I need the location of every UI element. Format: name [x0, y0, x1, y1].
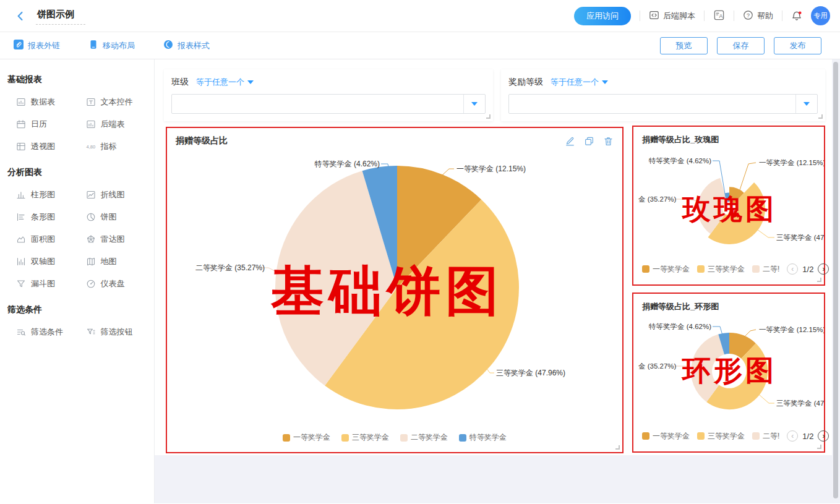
help-icon: ?: [743, 10, 753, 22]
sidebar-item-text-widget[interactable]: 文本控件: [77, 96, 147, 108]
sidebar-item-filter-condition[interactable]: 筛选条件: [7, 327, 77, 338]
legend-swatch: [283, 434, 290, 442]
edit-icon[interactable]: [565, 136, 575, 147]
filter-operator[interactable]: 等于任意一个: [551, 77, 608, 88]
legend-item[interactable]: 三等奖学金: [697, 431, 745, 442]
sidebar-item-data-table[interactable]: 数据表: [7, 96, 77, 108]
sidebar-item-funnel-chart[interactable]: 漏斗图: [7, 278, 77, 289]
resize-handle[interactable]: [615, 445, 620, 450]
sidebar-item-map[interactable]: 地图: [77, 256, 147, 267]
sidebar-item-line-chart[interactable]: 折线图: [77, 189, 147, 200]
chevron-down-icon: [247, 80, 254, 84]
donut-chart: 特等奖学金 (4.62%)一等奖学金 (12.15%)金 (35.27%)三等奖…: [633, 294, 824, 451]
sidebar-item-label: 面积图: [31, 234, 55, 245]
slice-label: 特等奖学金 (4.62%): [648, 157, 711, 164]
widget-sidebar: 基础报表数据表文本控件日历后端表透视图4,80指标分析图表柱形图折线图条形图饼图…: [0, 59, 155, 503]
chart-legend: 一等奖学金三等奖学金二等奖学金特等奖学金: [167, 432, 622, 443]
sidebar-item-metric[interactable]: 4,80指标: [77, 141, 147, 152]
legend-item[interactable]: 一等奖学金: [642, 264, 690, 275]
pager-text: 1/2: [802, 265, 813, 274]
toolbar: 报表外链 移动布局 报表样式 预览 保存 发布: [0, 32, 840, 59]
back-button[interactable]: [14, 9, 27, 23]
legend-item[interactable]: 三等奖学金: [341, 432, 389, 443]
resize-handle[interactable]: [817, 445, 821, 449]
slice-label: 特等奖学金 (4.62%): [314, 160, 380, 168]
sidebar-item-dual-axis[interactable]: 双轴图: [7, 256, 77, 267]
legend-label: 三等奖学金: [352, 432, 389, 443]
sidebar-item-filter-button[interactable]: 筛选按钮: [77, 327, 147, 338]
save-button[interactable]: 保存: [717, 37, 765, 54]
sidebar-item-calendar[interactable]: 日历: [7, 119, 77, 130]
sidebar-item-radar-chart[interactable]: 雷达图: [77, 234, 147, 245]
language-button[interactable]: A: [713, 9, 725, 23]
rose-chart: 特等奖学金 (4.62%)一等奖学金 (12.15%)金 (35.27%)三等奖…: [633, 127, 824, 284]
filter-operator[interactable]: 等于任意一个: [196, 77, 254, 88]
slice-label: 金 (35.27%): [638, 195, 677, 203]
legend-label: 一等奖学金: [653, 431, 690, 442]
slice-label: 一等奖学金 (12.15%): [456, 164, 526, 173]
sidebar-item-pie-chart[interactable]: 饼图: [77, 211, 147, 223]
app-access-button[interactable]: 应用访问: [574, 7, 631, 25]
page-title: 饼图示例: [36, 7, 85, 25]
pager-prev-icon[interactable]: ‹: [787, 263, 798, 275]
legend-item[interactable]: 三等奖学金: [697, 264, 745, 275]
notification-bell[interactable]: [791, 11, 802, 22]
slice-label: 三等奖学金 (47.96%): [496, 369, 565, 377]
donut-chart-panel[interactable]: 捐赠等级占比_环形图 特等奖学金 (4.62%)一等奖学金 (12.15%)金 …: [632, 293, 825, 453]
class-filter-select[interactable]: [171, 94, 486, 114]
sidebar-item-label: 地图: [101, 256, 117, 267]
legend-item[interactable]: 二等!: [752, 431, 779, 442]
pager-next-icon[interactable]: ›: [818, 263, 829, 275]
sidebar-item-label: 仪表盘: [101, 278, 125, 289]
divider: [640, 11, 640, 21]
sidebar-item-area-chart[interactable]: 面积图: [7, 234, 77, 245]
publish-button[interactable]: 发布: [774, 37, 821, 54]
report-style-button[interactable]: 报表样式: [163, 40, 210, 51]
legend-item[interactable]: 一等奖学金: [642, 431, 690, 442]
preview-button[interactable]: 预览: [660, 37, 708, 54]
legend-item[interactable]: 一等奖学金: [283, 432, 330, 443]
resize-handle[interactable]: [817, 278, 821, 282]
sidebar-item-bar-chart[interactable]: 条形图: [7, 211, 77, 223]
svg-text:4,80: 4,80: [86, 144, 95, 150]
copy-icon[interactable]: [584, 136, 594, 147]
label-line: [675, 199, 698, 201]
mobile-icon: [88, 40, 98, 51]
chart-legend: 一等奖学金三等奖学金二等! ‹ 1/2 ›: [642, 263, 819, 275]
sidebar-item-label: 指标: [101, 141, 117, 152]
sidebar-section: 筛选条件筛选条件筛选按钮: [0, 296, 154, 344]
delete-icon[interactable]: [603, 136, 614, 147]
pie-chart-panel[interactable]: 捐赠等级占比 特等奖学金 (4.62%)一等奖学金 (12.15%)二等奖学金 …: [166, 127, 624, 453]
legend-label: 一等奖学金: [653, 264, 690, 275]
legend-item[interactable]: 特等奖学金: [459, 432, 507, 443]
legend-item[interactable]: 二等奖学金: [400, 432, 448, 443]
sidebar-item-backend-table[interactable]: 后端表: [77, 119, 147, 130]
report-link-button[interactable]: 报表外链: [14, 40, 60, 51]
slice-label: 一等奖学金 (12.15%): [759, 326, 824, 333]
sidebar-item-pivot[interactable]: 透视图: [7, 141, 77, 152]
award-filter-select[interactable]: [508, 94, 818, 114]
avatar[interactable]: 专用: [811, 6, 830, 25]
bar-chart-icon: [16, 212, 26, 222]
sidebar-item-label: 后端表: [101, 119, 125, 130]
sidebar-item-label: 筛选条件: [31, 327, 63, 338]
legend-swatch: [459, 434, 466, 442]
pager-next-icon[interactable]: ›: [818, 430, 829, 442]
resize-handle[interactable]: [818, 114, 823, 119]
vertical-scrollbar[interactable]: [833, 62, 838, 498]
help-button[interactable]: ? 帮助: [743, 10, 773, 22]
sidebar-item-gauge[interactable]: 仪表盘: [77, 278, 147, 289]
backend-table-icon: [86, 119, 96, 129]
code-icon: [649, 10, 659, 22]
column-chart-icon: [16, 190, 26, 200]
resize-handle[interactable]: [486, 114, 491, 119]
rose-chart-panel[interactable]: 捐赠等级占比_玫瑰图 特等奖学金 (4.62%)一等奖学金 (12.15%)金 …: [632, 126, 825, 286]
legend-item[interactable]: 二等!: [752, 264, 779, 275]
mobile-layout-button[interactable]: 移动布局: [88, 40, 135, 51]
sidebar-item-column-chart[interactable]: 柱形图: [7, 189, 77, 200]
pager-prev-icon[interactable]: ‹: [787, 430, 798, 442]
slice-label: 金 (35.27%): [638, 362, 677, 370]
legend-swatch: [642, 265, 649, 273]
backend-script-button[interactable]: 后端脚本: [649, 10, 695, 22]
filter-button-icon: [86, 327, 96, 337]
